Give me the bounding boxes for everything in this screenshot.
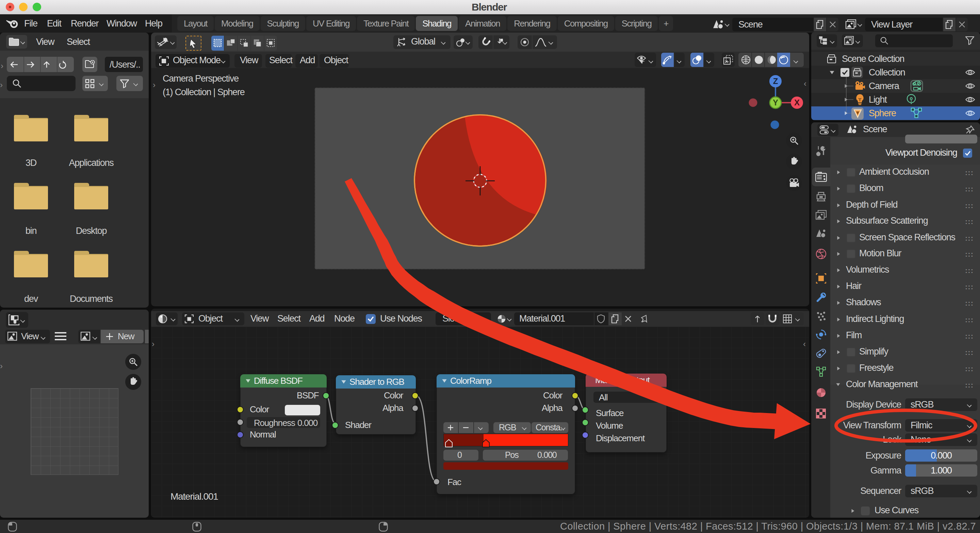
svg-text:Y: Y [773,98,778,107]
svg-text:X: X [794,98,800,107]
svg-text:Z: Z [773,76,778,86]
